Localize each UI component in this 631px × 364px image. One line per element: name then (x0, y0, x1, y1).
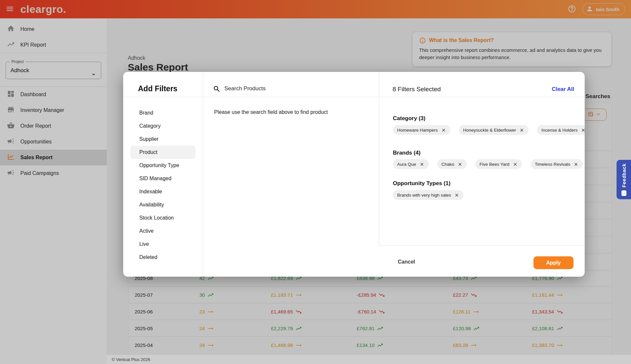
brand-chips: Aura QueChakoFive Bees YardTimeless Revi… (393, 159, 583, 169)
filter-chip[interactable]: Aura Que (393, 159, 429, 169)
add-filters-modal: Add Filters 8 Filters Selected Clear All… (123, 72, 585, 277)
filter-chip[interactable]: Brands with very high sales (393, 190, 463, 200)
filter-type-supplier[interactable]: Supplier (130, 133, 195, 146)
chip-remove-icon[interactable] (454, 193, 459, 198)
feedback-button[interactable]: Feedback : (617, 160, 631, 199)
chip-label: Honeysuckle & Elderflower (463, 128, 516, 133)
chip-label: Incense & Holders (541, 128, 577, 133)
chat-icon: : (621, 190, 626, 196)
filter-type-sid-managed[interactable]: SID Managed (130, 172, 195, 185)
chip-label: Timeless Revivals (535, 162, 570, 167)
filters-selected-count: 8 Filters Selected (393, 86, 441, 93)
chip-label: Brands with very high sales (397, 193, 451, 198)
filter-type-category[interactable]: Category (130, 119, 195, 133)
filter-type-active[interactable]: Active (130, 225, 195, 238)
filter-type-live[interactable]: Live (130, 238, 195, 251)
filter-type-stock-location[interactable]: Stock Location (130, 211, 195, 225)
modal-divider (203, 72, 203, 277)
chip-label: Aura Que (397, 162, 416, 167)
chip-remove-icon[interactable] (419, 162, 424, 167)
clear-all-button[interactable]: Clear All (552, 86, 574, 93)
filter-chip[interactable]: Timeless Revivals (530, 159, 583, 169)
chip-label: Chako (441, 162, 454, 167)
filter-chip[interactable]: Chako (437, 159, 467, 169)
cancel-button[interactable]: Cancel (398, 259, 415, 265)
filter-type-opportunity-type[interactable]: Opportunity Type (130, 159, 195, 172)
chip-remove-icon[interactable] (441, 128, 446, 133)
chip-label: Homeware Hampers (397, 128, 438, 133)
category-chips: Homeware HampersHoneysuckle & Elderflowe… (393, 125, 585, 135)
chip-remove-icon[interactable] (581, 128, 585, 133)
modal-title: Add Filters (138, 84, 177, 93)
chip-remove-icon[interactable] (574, 162, 578, 167)
selected-group-heading: Brands (4) (393, 150, 420, 156)
filter-type-deleted[interactable]: Deleted (130, 251, 195, 264)
filter-chip[interactable]: Five Bees Yard (475, 159, 522, 169)
modal-divider (379, 72, 379, 245)
filter-chip[interactable]: Incense & Holders (537, 125, 585, 135)
search-icon (213, 85, 221, 93)
filter-type-availability[interactable]: Availability (130, 198, 195, 211)
chip-label: Five Bees Yard (480, 162, 509, 167)
selected-group-heading: Opportunity Types (1) (393, 180, 450, 187)
opportunity-type-chips: Brands with very high sales (393, 190, 463, 200)
modal-header-divider (123, 97, 585, 97)
chip-remove-icon[interactable] (458, 162, 462, 167)
search-empty-message: Please use the search field above to fin… (214, 109, 328, 115)
chip-remove-icon[interactable] (513, 162, 518, 167)
feedback-label: Feedback (621, 163, 627, 187)
filter-type-indexable[interactable]: Indexable (130, 185, 195, 198)
modal-action-divider (379, 245, 585, 246)
chip-remove-icon[interactable] (519, 128, 524, 133)
filter-chip[interactable]: Homeware Hampers (393, 125, 450, 135)
filter-type-list: BrandCategorySupplierProductOpportunity … (130, 106, 195, 264)
filter-type-brand[interactable]: Brand (130, 106, 195, 119)
apply-button[interactable]: Apply (533, 256, 574, 269)
selected-group-heading: Category (3) (393, 115, 425, 122)
search-products-input[interactable] (224, 82, 369, 96)
filter-chip[interactable]: Honeysuckle & Elderflower (459, 125, 529, 135)
filter-type-product[interactable]: Product (130, 146, 195, 159)
